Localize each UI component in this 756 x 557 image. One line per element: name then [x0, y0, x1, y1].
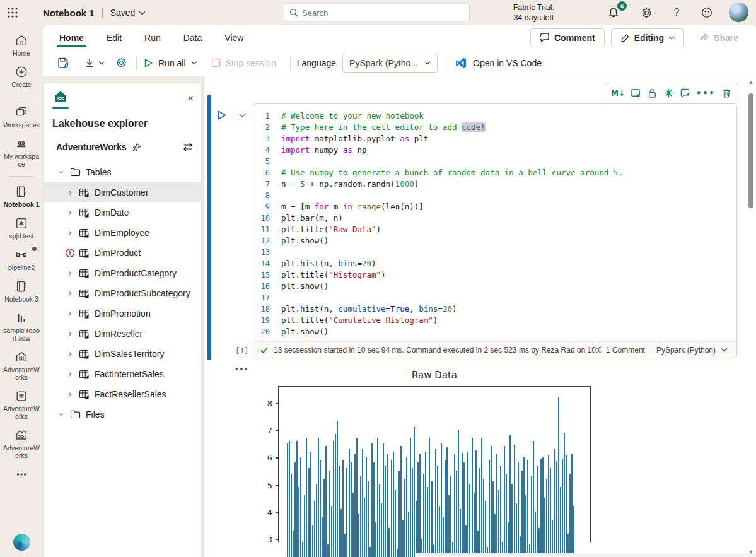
code-line[interactable]: 11plt.title("Raw Data") — [253, 224, 736, 235]
scroll-up-arrow[interactable]: ▲ — [747, 78, 755, 86]
code-line[interactable]: 8 — [253, 190, 736, 201]
run-all-button[interactable]: Run all — [143, 58, 197, 68]
chevron-right-icon: › — [65, 288, 75, 299]
tree-table-factinternetsales[interactable]: ›FactInternetSales — [44, 364, 201, 384]
share-button[interactable]: Share — [690, 28, 747, 47]
rail-item-home[interactable]: Home — [1, 33, 42, 57]
code-line[interactable]: 16plt.show() — [253, 281, 736, 292]
rail-item-spjd-test[interactable]: spjd test — [1, 216, 42, 240]
open-in-vscode-button[interactable]: Open in VS Code — [455, 57, 542, 69]
editing-mode-dropdown[interactable]: Editing — [611, 28, 684, 47]
tree-table-dimsalesterritory[interactable]: ›DimSalesTerritory — [44, 344, 201, 364]
tab-data[interactable]: Data — [182, 27, 204, 49]
code-line[interactable]: 5 — [253, 156, 736, 167]
help-button[interactable]: ? — [668, 4, 685, 21]
rail-item-workspaces[interactable]: Workspaces — [1, 105, 42, 129]
code-line[interactable]: 15plt.title("Histogram") — [253, 269, 736, 281]
rail-item-my-workspace[interactable]: My workspace — [1, 137, 42, 168]
code-line[interactable]: 1# Welcome to your new notebook — [253, 110, 736, 122]
lakehouse-tab[interactable] — [52, 90, 69, 109]
code-line[interactable]: 12plt.show() — [253, 235, 736, 247]
feedback-button[interactable] — [698, 4, 716, 21]
tab-run[interactable]: Run — [143, 27, 162, 49]
cell-lock-icon[interactable] — [647, 88, 658, 98]
comment-button[interactable]: Comment — [530, 28, 605, 47]
rail-item-more[interactable] — [1, 467, 42, 481]
cell-comment-add-icon[interactable] — [680, 88, 690, 98]
code-cell[interactable]: 1# Welcome to your new notebook2# Type h… — [253, 103, 737, 358]
cell-clear-output-icon[interactable] — [631, 88, 641, 98]
code-line[interactable]: 17 — [253, 292, 736, 303]
user-avatar[interactable] — [729, 3, 748, 22]
language-select[interactable]: PySpark (Pytho... — [342, 54, 438, 73]
tree-folder-tables[interactable]: ›Tables — [44, 162, 201, 182]
rail-item-adventureworks[interactable]: AdventureWorks — [1, 350, 42, 381]
scroll-down-arrow[interactable]: ▼ — [747, 548, 755, 556]
code-line[interactable]: 13 — [253, 247, 736, 258]
rail-item-adventureworks[interactable]: AdventureWorks — [1, 389, 42, 420]
cell-more-icon[interactable]: ••• — [696, 88, 716, 98]
tree-folder-files[interactable]: ›Files — [44, 404, 201, 425]
tree-table-dimemployee[interactable]: ›DimEmployee — [44, 223, 201, 243]
tree-table-factresellersales[interactable]: ›FactResellerSales — [44, 384, 201, 404]
save-button[interactable] — [54, 54, 72, 72]
tab-home[interactable]: Home — [58, 27, 85, 49]
tree-table-dimdate[interactable]: ›DimDate — [44, 202, 201, 223]
rail-item-notebook-1[interactable]: Notebook 1 — [1, 185, 42, 208]
tree-table-dimproductsubcategory[interactable]: ›DimProductSubcategory — [44, 283, 201, 303]
tab-view[interactable]: View — [223, 27, 245, 49]
code-line[interactable]: 19plt.title("Cumulative Histogram") — [253, 315, 736, 326]
notifications-button[interactable]: 6 — [605, 4, 622, 21]
global-search[interactable] — [284, 4, 470, 21]
output-more-button[interactable]: ••• — [235, 363, 249, 374]
notebook-scrollbar[interactable]: ▲ ▼ — [747, 78, 755, 556]
rail-item-adventureworks[interactable]: AdventureWorks — [1, 428, 42, 459]
tree-table-dimcustomer[interactable]: ›DimCustomer — [44, 182, 201, 202]
stop-session-button[interactable]: Stop session — [211, 58, 276, 68]
kernel-select[interactable]: PySpark (Python) — [656, 346, 728, 355]
rail-item-create[interactable]: Create — [1, 65, 42, 88]
tree-table-dimproductcategory[interactable]: ›DimProductCategory — [44, 263, 201, 283]
code-line[interactable]: 10plt.bar(m, n) — [253, 213, 736, 224]
rail-item-pipeline2[interactable]: pipeline2 — [1, 248, 42, 271]
chart-bar — [300, 457, 301, 557]
saved-status-dropdown[interactable]: Saved — [110, 8, 146, 18]
settings-button[interactable] — [637, 4, 655, 21]
cell-markdown-icon[interactable]: M↓ — [611, 89, 625, 98]
code-line[interactable]: 20plt.show() — [253, 326, 736, 337]
waffle-menu-icon[interactable] — [0, 0, 25, 25]
collapse-panel-button[interactable]: « — [188, 91, 194, 104]
switch-lakehouse-icon[interactable] — [182, 143, 194, 151]
session-settings-button[interactable] — [112, 54, 130, 72]
code-line[interactable]: 2# Type here in the cell editor to add c… — [253, 122, 736, 133]
run-cell-button[interactable] — [216, 110, 227, 120]
code-line[interactable]: 4import numpy as np — [253, 144, 736, 156]
notebook-scroll-thumb[interactable] — [748, 93, 753, 208]
rail-item-sample-report-adw[interactable]: sample report adw — [1, 311, 42, 342]
code-line[interactable]: 3import matplotlib.pyplot as plt — [253, 133, 736, 144]
fabric-logo[interactable] — [13, 534, 30, 551]
code-line[interactable]: 9m = [m for m in range(len(n))] — [253, 201, 736, 213]
horizontal-scroll-strip[interactable] — [415, 553, 756, 557]
code-line[interactable]: 7n = 5 + np.random.randn(1000) — [253, 179, 736, 190]
run-options-chevron[interactable] — [238, 113, 247, 118]
notebook-title[interactable]: Notebook 1 — [43, 8, 95, 18]
code-line[interactable]: 14plt.hist(n, bins=20) — [253, 258, 736, 269]
pin-icon[interactable] — [132, 143, 141, 152]
chevron-down-icon[interactable] — [98, 61, 105, 65]
rail-item-notebook-3[interactable]: Notebook 3 — [1, 279, 42, 303]
tab-edit[interactable]: Edit — [105, 27, 123, 49]
comment-count[interactable]: 1 Comment — [606, 346, 645, 355]
tree-table-dimreseller[interactable]: ›DimReseller — [44, 324, 201, 344]
code-line[interactable]: 18plt.hist(n, cumulative=True, bins=20) — [253, 303, 736, 315]
cell-delete-icon[interactable] — [721, 88, 732, 98]
cell-freeze-icon[interactable] — [663, 88, 674, 98]
tree-table-dimpromotion[interactable]: ›DimPromotion — [44, 303, 201, 324]
code-editor[interactable]: 1# Welcome to your new notebook2# Type h… — [253, 104, 736, 337]
lakehouse-row[interactable]: AdventureWorks — [44, 129, 201, 152]
chevron-down-icon: › — [55, 409, 67, 419]
search-input[interactable] — [302, 8, 447, 18]
tree-table-dimproduct[interactable]: DimProduct — [44, 243, 201, 263]
code-line[interactable]: 6# Use numpy to generate a bunch of rand… — [253, 167, 736, 179]
export-button[interactable] — [81, 54, 98, 72]
